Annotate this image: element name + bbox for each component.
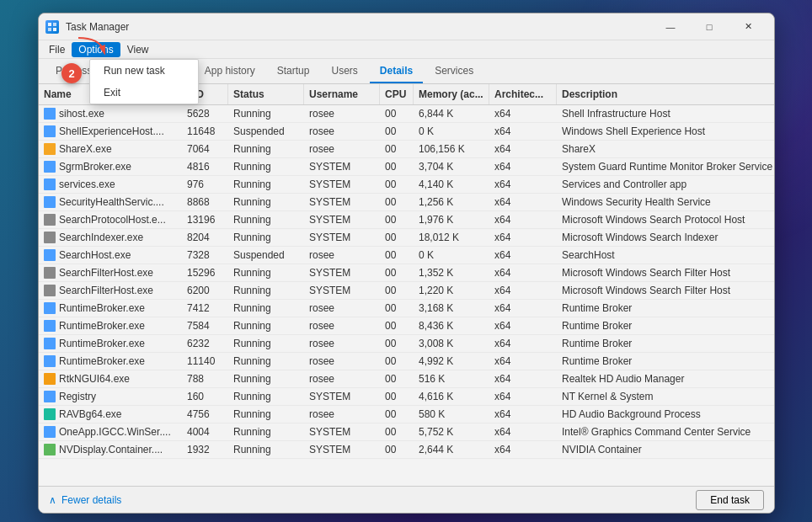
table-row[interactable]: SearchFilterHost.exe 6200 Running SYSTEM… (39, 282, 774, 300)
cell-status: Running (228, 441, 304, 458)
table-row[interactable]: RAVBg64.exe 4756 Running rosee 00 580 K … (39, 406, 774, 423)
cell-name: RuntimeBroker.exe (39, 335, 182, 352)
cell-status: Running (228, 370, 304, 387)
cell-pid: 4816 (182, 158, 228, 175)
table-row[interactable]: RuntimeBroker.exe 7584 Running rosee 00 … (39, 317, 774, 335)
cell-arch: x64 (489, 247, 557, 264)
cell-arch: x64 (489, 423, 557, 440)
cell-arch: x64 (489, 176, 557, 193)
cell-memory: 1,976 K (414, 211, 489, 228)
table-row[interactable]: SearchProtocolHost.e... 13196 Running SY… (39, 211, 774, 229)
end-task-button[interactable]: End task (696, 490, 764, 510)
cell-status: Running (228, 141, 304, 157)
cell-desc: Intel® Graphics Command Center Service (557, 423, 774, 440)
tab-startup[interactable]: Startup (267, 60, 320, 83)
table-row[interactable]: OneApp.IGCC.WinSer.... 4004 Running SYST… (39, 423, 774, 441)
cell-name: services.exe (39, 176, 182, 193)
table-row[interactable]: ShellExperienceHost.... 11648 Suspended … (39, 123, 774, 141)
svg-rect-2 (48, 28, 51, 31)
process-icon (44, 285, 56, 296)
table-row[interactable]: SearchHost.exe 7328 Suspended rosee 00 0… (39, 247, 774, 264)
cell-username: SYSTEM (304, 229, 380, 246)
cell-status: Running (228, 353, 304, 370)
close-button[interactable]: ✕ (729, 13, 767, 40)
tab-details[interactable]: Details (370, 60, 423, 83)
cell-username: SYSTEM (304, 423, 380, 440)
cell-status: Running (228, 158, 304, 175)
cell-username: rosee (304, 105, 380, 122)
cell-memory: 3,168 K (414, 300, 489, 317)
table-row[interactable]: SecurityHealthServic.... 8868 Running SY… (39, 194, 774, 211)
cell-username: rosee (304, 141, 380, 157)
process-icon (44, 232, 56, 243)
cell-name: SearchProtocolHost.e... (39, 211, 182, 228)
table-row[interactable]: SearchIndexer.exe 8204 Running SYSTEM 00… (39, 229, 774, 247)
table-row[interactable]: RuntimeBroker.exe 7412 Running rosee 00 … (39, 300, 774, 317)
process-icon (44, 373, 56, 385)
cell-desc: SearchHost (557, 247, 774, 264)
table-row[interactable]: services.exe 976 Running SYSTEM 00 4,140… (39, 176, 774, 194)
menu-view[interactable]: View (120, 42, 156, 57)
table-row[interactable]: ShareX.exe 7064 Running rosee 00 106,156… (39, 141, 774, 158)
run-new-task-item[interactable]: Run new task (90, 60, 198, 82)
table-row[interactable]: RuntimeBroker.exe 6232 Running rosee 00 … (39, 335, 774, 353)
tab-services[interactable]: Services (425, 60, 483, 83)
cell-status: Running (228, 176, 304, 193)
col-memory[interactable]: Memory (ac... (414, 84, 489, 104)
cell-username: rosee (304, 370, 380, 387)
cell-memory: 3,008 K (414, 335, 489, 352)
cell-memory: 18,012 K (414, 229, 489, 246)
table-row[interactable]: SgrmBroker.exe 4816 Running SYSTEM 00 3,… (39, 158, 774, 176)
cell-pid: 4004 (182, 423, 228, 440)
cell-name: SearchFilterHost.exe (39, 264, 182, 281)
cell-desc: HD Audio Background Process (557, 406, 774, 423)
cell-username: rosee (304, 300, 380, 317)
svg-rect-0 (48, 23, 51, 26)
table-row[interactable]: RuntimeBroker.exe 11140 Running rosee 00… (39, 353, 774, 370)
table-row[interactable]: sihost.exe 5628 Running rosee 00 6,844 K… (39, 105, 774, 123)
minimize-button[interactable]: — (651, 13, 690, 40)
tab-users[interactable]: Users (321, 60, 367, 83)
tab-app-history[interactable]: App history (195, 60, 265, 83)
cell-memory: 6,844 K (414, 105, 489, 122)
process-icon (44, 108, 56, 120)
cell-memory: 580 K (414, 406, 489, 423)
cell-status: Running (228, 282, 304, 299)
table-row[interactable]: NVDisplay.Container.... 1932 Running SYS… (39, 441, 774, 459)
col-arch[interactable]: Architec... (489, 84, 557, 104)
col-username[interactable]: Username (304, 84, 380, 104)
cell-status: Running (228, 105, 304, 122)
cell-memory: 5,752 K (414, 423, 489, 440)
col-cpu[interactable]: CPU (380, 84, 414, 104)
table-row[interactable]: Registry 160 Running SYSTEM 00 4,616 K x… (39, 388, 774, 406)
chevron-up-icon: ∧ (49, 494, 56, 506)
cell-desc: NVIDIA Container (557, 441, 774, 458)
cell-desc: Services and Controller app (557, 176, 774, 193)
cell-desc: Runtime Broker (557, 317, 774, 334)
cell-memory: 4,616 K (414, 388, 489, 405)
cell-cpu: 00 (380, 441, 414, 458)
cell-username: rosee (304, 123, 380, 140)
cell-memory: 106,156 K (414, 141, 489, 157)
cell-cpu: 00 (380, 211, 414, 228)
col-status[interactable]: Status (228, 84, 304, 104)
svg-rect-1 (53, 23, 56, 26)
maximize-button[interactable]: □ (690, 13, 729, 40)
cell-name: SearchHost.exe (39, 247, 182, 264)
cell-cpu: 00 (380, 300, 414, 317)
cell-status: Running (228, 406, 304, 423)
exit-item[interactable]: Exit (90, 82, 198, 104)
cell-status: Running (228, 335, 304, 352)
table-row[interactable]: RtkNGUI64.exe 788 Running rosee 00 516 K… (39, 370, 774, 388)
cell-name: ShellExperienceHost.... (39, 123, 182, 140)
fewer-details-button[interactable]: ∧ Fewer details (49, 494, 121, 506)
process-icon (44, 214, 56, 226)
cell-status: Running (228, 264, 304, 281)
taskmanager-window: Task Manager — □ ✕ 1 File Options (38, 13, 775, 514)
table-row[interactable]: SearchFilterHost.exe 15296 Running SYSTE… (39, 264, 774, 282)
cell-name: OneApp.IGCC.WinSer.... (39, 423, 182, 440)
cell-username: SYSTEM (304, 211, 380, 228)
menu-file[interactable]: File (42, 42, 72, 57)
col-desc[interactable]: Description (557, 84, 764, 104)
cell-desc: Microsoft Windows Search Filter Host (557, 282, 774, 299)
